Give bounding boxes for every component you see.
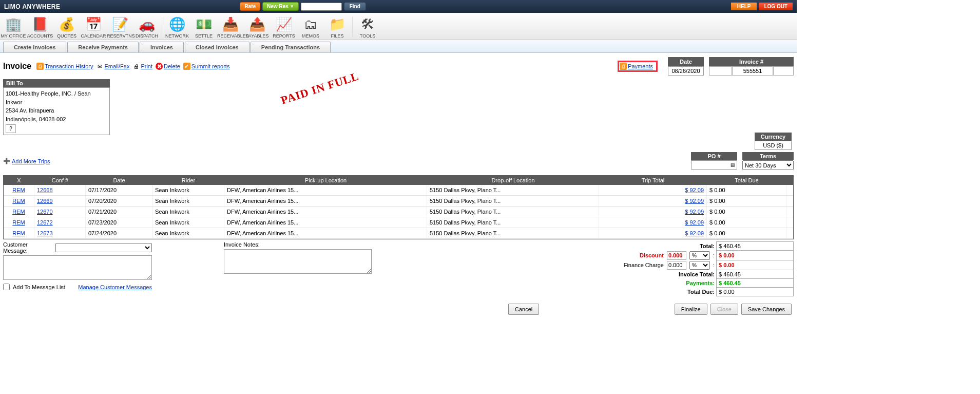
add-to-message-list-checkbox[interactable]	[3, 284, 10, 290]
finance-input[interactable]	[667, 261, 686, 270]
discount-value: $ 0.00	[717, 251, 794, 260]
save-changes-button[interactable]: Save Changes	[741, 304, 792, 315]
cell-dropoff: 5150 Dallas Pkwy, Plano T...	[427, 228, 599, 238]
new-res-button[interactable]: New Res▼	[262, 2, 299, 11]
tab-receive-payments[interactable]: Receive Payments	[67, 42, 139, 52]
help-button[interactable]: HELP	[731, 3, 757, 10]
subtabs: Create InvoicesReceive PaymentsInvoicesC…	[0, 40, 797, 53]
date-value[interactable]: 08/26/2020	[668, 66, 704, 76]
terms-select[interactable]: Net 30 Days	[742, 160, 794, 170]
toolbar-accounts[interactable]: 📕ACCOUNTS	[27, 15, 53, 40]
cell-dropoff: 5150 Dallas Pkwy, Plano T...	[427, 207, 599, 217]
finalize-button[interactable]: Finalize	[675, 304, 707, 315]
customer-message-textarea[interactable]	[3, 255, 152, 280]
transaction-history-link[interactable]: ⎙Transaction History	[36, 63, 93, 70]
tab-invoices[interactable]: Invoices	[140, 42, 184, 52]
trip-total-link[interactable]: $ 92.09	[685, 209, 704, 215]
po-input[interactable]: ▤	[691, 160, 737, 170]
conf-link[interactable]: 12668	[37, 187, 53, 193]
inv-next-button[interactable]	[773, 66, 794, 76]
toolbar-payables[interactable]: 📤PAYABLES	[244, 15, 271, 40]
trip-total-link[interactable]: $ 92.09	[685, 187, 704, 193]
terms-box: Terms Net 30 Days	[742, 152, 794, 170]
toolbar-quotes[interactable]: 💰QUOTES	[53, 15, 80, 40]
trip-total-link[interactable]: $ 92.09	[685, 219, 704, 226]
toolbar-memos[interactable]: 🗂MEMOS	[297, 15, 324, 40]
history-icon: ⎙	[36, 63, 44, 70]
report-icon: ✔	[183, 63, 190, 70]
col-trip: Trip Total	[599, 176, 707, 185]
print-icon: 🖨	[132, 63, 140, 70]
toolbar-dispatch[interactable]: 🚗DISPATCH	[133, 15, 160, 40]
tab-closed-invoices[interactable]: Closed Invoices	[185, 42, 249, 52]
trip-total-link[interactable]: $ 92.09	[685, 230, 704, 236]
toolbar-reservtns[interactable]: 📝RESERVTNS	[107, 15, 133, 40]
toolbar-calendar[interactable]: 📅CALENDAR	[80, 15, 107, 40]
logo: LIMO ANYWHERE	[4, 3, 60, 10]
po-box: PO # ▤	[691, 152, 737, 170]
tab-create-invoices[interactable]: Create Invoices	[3, 42, 66, 52]
toolbar-icon: 🛠	[354, 15, 381, 33]
cell-pickup: DFW, American Airlines 15...	[224, 196, 427, 206]
toolbar-network[interactable]: 🌐NETWORK	[164, 15, 190, 40]
delete-icon: ✖	[156, 63, 163, 70]
find-button[interactable]: Find	[344, 2, 366, 11]
toolbar-my office[interactable]: 🏢MY OFFICE	[0, 15, 27, 40]
bill-to-body: 1001-Healthy People, INC. / Sean Inkwor …	[3, 87, 110, 135]
discount-type-select[interactable]: %	[689, 251, 710, 260]
add-more-trips-link[interactable]: ➕Add More Trips	[3, 158, 50, 165]
toolbar-icon: 📝	[107, 15, 133, 33]
payments-label: Payments:	[622, 279, 717, 288]
bill-to-line2: 2534 Av. Ibirapuera	[6, 106, 107, 115]
toolbar-receivables[interactable]: 📥RECEIVABLES	[217, 15, 244, 40]
summit-reports-link[interactable]: ✔Summit reports	[183, 63, 230, 70]
toolbar-icon: 💵	[190, 15, 217, 33]
rem-link[interactable]: REM	[12, 219, 25, 226]
table-row: REM1267207/23/2020Sean InkworkDFW, Ameri…	[4, 217, 793, 228]
rate-button[interactable]: Rate	[240, 2, 260, 11]
invoice-notes-block: Invoice Notes:	[224, 241, 373, 275]
top-search-input[interactable]	[301, 3, 342, 11]
invoice-notes-textarea[interactable]	[224, 249, 372, 274]
rem-link[interactable]: REM	[12, 230, 25, 236]
close-button[interactable]: Close	[710, 304, 738, 315]
finance-type-select[interactable]: %	[689, 261, 710, 270]
conf-link[interactable]: 12669	[37, 198, 53, 204]
toolbar-settle[interactable]: 💵SETTLE	[190, 15, 217, 40]
conf-link[interactable]: 12672	[37, 219, 53, 226]
cell-rider: Sean Inkwork	[152, 207, 224, 217]
col-x: X	[4, 176, 34, 185]
finance-label: Finance Charge	[622, 260, 665, 270]
toolbar-reports[interactable]: 📈REPORTS	[271, 15, 297, 40]
delete-link[interactable]: ✖Delete	[156, 63, 180, 70]
payments-value: $ 460.45	[717, 279, 794, 288]
toolbar-icon: 📅	[80, 15, 107, 33]
conf-link[interactable]: 12673	[37, 230, 53, 236]
email-fax-link[interactable]: ✉Email/Fax	[96, 63, 129, 70]
rem-link[interactable]: REM	[12, 198, 25, 204]
discount-input[interactable]	[667, 251, 686, 260]
rem-link[interactable]: REM	[12, 209, 25, 215]
payments-button[interactable]: ⎙Payments	[618, 61, 658, 72]
col-date: Date	[86, 176, 152, 185]
manage-customer-messages-link[interactable]: Manage Customer Messages	[78, 284, 152, 290]
bill-to-help-button[interactable]: ?	[6, 124, 16, 133]
invoice-notes-label: Invoice Notes:	[224, 241, 373, 248]
customer-message-select[interactable]	[55, 243, 152, 252]
col-rider: Rider	[152, 176, 224, 185]
logout-button[interactable]: LOG OUT	[759, 3, 793, 10]
trip-total-link[interactable]: $ 92.09	[685, 198, 704, 204]
toolbar-files[interactable]: 📁FILES	[324, 15, 351, 40]
bill-to-line3: Indianópolis, 04028-002	[6, 115, 107, 124]
inv-prev-button[interactable]	[709, 66, 732, 76]
toolbar-label: CALENDAR	[80, 33, 107, 39]
cancel-button[interactable]: Cancel	[508, 304, 539, 315]
rem-link[interactable]: REM	[12, 187, 25, 193]
toolbar-label: RECEIVABLES	[217, 33, 244, 39]
print-link[interactable]: 🖨Print	[132, 63, 152, 70]
tab-pending-transactions[interactable]: Pending Transactions	[251, 42, 331, 52]
conf-link[interactable]: 12670	[37, 209, 53, 215]
cell-dropoff: 5150 Dallas Pkwy, Plano T...	[427, 185, 599, 195]
toolbar-tools[interactable]: 🛠TOOLS	[354, 15, 381, 40]
toolbar-label: NETWORK	[164, 33, 190, 39]
